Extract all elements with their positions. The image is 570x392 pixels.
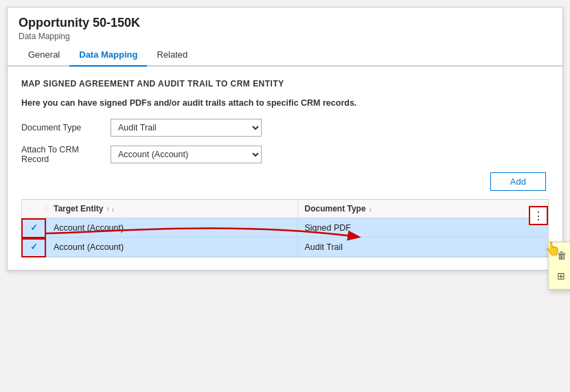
checkmark-icon-1: ✓ xyxy=(30,222,38,233)
tabs-bar: General Data Mapping Related xyxy=(8,44,562,67)
th-doctype-label: Document Type xyxy=(305,204,366,214)
td-check-1[interactable]: ✓ xyxy=(22,218,47,237)
context-see-all[interactable]: ⊞ See all records xyxy=(549,266,570,286)
table-header: Target Entity ↑ ↓ Document Type ↓ xyxy=(22,200,548,218)
table-container: Target Entity ↑ ↓ Document Type ↓ ✓ Acco… xyxy=(21,199,549,257)
content-area: MAP SIGNED AGREEMENT AND AUDIT TRAIL TO … xyxy=(8,67,562,270)
tab-related[interactable]: Related xyxy=(147,44,197,67)
td-target-2: Account (Account) xyxy=(47,238,298,256)
attach-to-crm-row: Attach To CRMRecord Account (Account) Co… xyxy=(21,145,549,164)
checkmark-icon-2: ✓ xyxy=(30,242,38,252)
attach-to-crm-control: Account (Account) Contact (Contact) Oppo… xyxy=(111,146,549,163)
th-target-entity: Target Entity ↑ ↓ xyxy=(47,200,298,218)
table-row: ✓ Account (Account) Audit Trail xyxy=(22,238,548,257)
document-type-label: Document Type xyxy=(21,123,111,132)
attach-to-crm-select[interactable]: Account (Account) Contact (Contact) Oppo… xyxy=(111,146,262,163)
page-subtitle: Data Mapping xyxy=(19,32,551,41)
add-button-row: Add xyxy=(21,172,549,191)
td-check-2[interactable]: ✓ xyxy=(22,238,47,256)
td-doctype-2: Audit Trail xyxy=(298,238,549,256)
document-type-control: Audit Trail Signed PDF xyxy=(111,119,549,137)
tab-data-mapping[interactable]: Data Mapping xyxy=(69,44,147,67)
description-text: Here you can have signed PDFs and/or aud… xyxy=(21,98,549,108)
td-doctype-1: Signed PDF xyxy=(298,219,549,237)
add-button[interactable]: Add xyxy=(490,172,546,191)
th-document-type: Document Type ↓ xyxy=(298,200,549,218)
table-wrapper: Target Entity ↑ ↓ Document Type ↓ ✓ Acco… xyxy=(21,199,549,257)
context-delete[interactable]: 🗑 Delete Data Mapping Attac... xyxy=(549,245,570,266)
document-type-select[interactable]: Audit Trail Signed PDF xyxy=(111,119,262,137)
th-target-sort[interactable]: ↑ ↓ xyxy=(106,205,115,213)
document-type-row: Document Type Audit Trail Signed PDF xyxy=(21,119,549,137)
td-target-1: Account (Account) xyxy=(47,219,298,237)
attach-to-crm-label: Attach To CRMRecord xyxy=(21,145,111,164)
table-row: ✓ Account (Account) Signed PDF xyxy=(22,218,548,238)
ellipsis-button[interactable]: ⋮ xyxy=(529,206,548,225)
th-target-label: Target Entity xyxy=(54,204,103,214)
grid-icon: ⊞ xyxy=(557,270,565,281)
tab-general[interactable]: General xyxy=(19,44,69,67)
page-header: Opportunity 50-150K Data Mapping xyxy=(8,8,562,44)
section-title: MAP SIGNED AGREEMENT AND AUDIT TRAIL TO … xyxy=(21,79,549,89)
context-menu: 🗑 Delete Data Mapping Attac... ⊞ See all… xyxy=(548,242,570,290)
page-title: Opportunity 50-150K xyxy=(19,16,551,30)
th-checkbox xyxy=(22,205,47,213)
delete-icon: 🗑 xyxy=(557,250,567,261)
th-doctype-sort[interactable]: ↓ xyxy=(369,205,372,213)
